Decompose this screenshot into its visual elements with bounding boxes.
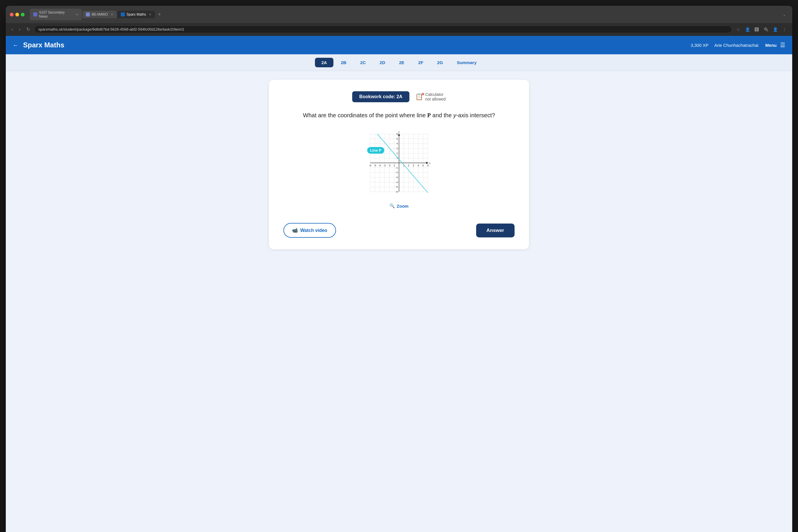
menu-label[interactable]: Menu bbox=[765, 43, 777, 48]
browser-titlebar: S107 Secondary News ✕ 8B AMWO ✕ Sparx Ma… bbox=[6, 6, 792, 23]
tab-2-close[interactable]: ✕ bbox=[111, 13, 113, 17]
calculator-not-allowed: not allowed bbox=[425, 97, 446, 101]
user-display: Arie Chunhachatrachai bbox=[714, 43, 758, 48]
bookmark-icon[interactable]: ☆ bbox=[735, 26, 742, 33]
question-text: What are the coordinates of the point wh… bbox=[283, 111, 515, 119]
tab-2c[interactable]: 2C bbox=[354, 58, 372, 67]
toolbar-actions: ☆ 👤 🅱 🔌 👤 ⋮ bbox=[735, 26, 788, 33]
tab-2-icon bbox=[86, 13, 90, 17]
tab-1-close[interactable]: ✕ bbox=[76, 13, 78, 17]
extension-icon-3[interactable]: 🔌 bbox=[762, 26, 770, 33]
xp-display: 3,300 XP bbox=[691, 43, 709, 48]
graph-wrapper: Line P bbox=[364, 128, 434, 197]
browser-menu-icon[interactable]: ⌄ bbox=[781, 11, 788, 18]
tab-3-icon bbox=[121, 13, 125, 17]
tab-2-label: 8B AMWO bbox=[92, 13, 108, 17]
browser-tab-2[interactable]: 8B AMWO ✕ bbox=[82, 11, 117, 18]
content-area: Bookwork code: 2A 📋✕ Calculator not allo… bbox=[6, 71, 792, 532]
refresh-button[interactable]: ↻ bbox=[24, 25, 32, 33]
bookwork-bar: Bookwork code: 2A 📋✕ Calculator not allo… bbox=[283, 91, 515, 102]
calculator-icon: 📋✕ bbox=[415, 93, 423, 100]
zoom-label: Zoom bbox=[397, 204, 409, 209]
actions-bar: 📹 Watch video Answer bbox=[283, 223, 515, 238]
browser-tab-3[interactable]: Sparx Maths ✕ bbox=[117, 11, 155, 18]
tab-2f[interactable]: 2F bbox=[412, 58, 430, 67]
tab-2b[interactable]: 2B bbox=[335, 58, 353, 67]
maximize-traffic-light[interactable] bbox=[21, 13, 24, 17]
line-p-label: Line P bbox=[367, 147, 384, 154]
browser-toolbar: ‹ › ↻ sparxmaths.uk/student/package/9d8d… bbox=[6, 23, 792, 36]
calculator-info: 📋✕ Calculator not allowed bbox=[415, 92, 446, 101]
back-button[interactable]: ‹ bbox=[10, 26, 15, 33]
tab-2g[interactable]: 2G bbox=[431, 58, 449, 67]
video-icon: 📹 bbox=[292, 228, 298, 233]
watch-video-label: Watch video bbox=[300, 228, 327, 233]
zoom-button[interactable]: 🔍 Zoom bbox=[389, 203, 409, 209]
menu-icon[interactable]: ☰ bbox=[780, 42, 785, 49]
app-logo: Sparx Maths bbox=[23, 41, 691, 49]
tab-3-close[interactable]: ✕ bbox=[149, 13, 151, 17]
tab-2e[interactable]: 2E bbox=[393, 58, 411, 67]
bookwork-code: Bookwork code: 2A bbox=[352, 91, 409, 102]
tab-2d[interactable]: 2D bbox=[373, 58, 391, 67]
url-text: sparxmaths.uk/student/package/9d8d67bd-5… bbox=[38, 27, 184, 32]
close-traffic-light[interactable] bbox=[10, 13, 14, 17]
browser-tab-1[interactable]: S107 Secondary News ✕ bbox=[30, 9, 82, 20]
zoom-icon: 🔍 bbox=[389, 203, 395, 209]
traffic-lights bbox=[10, 13, 24, 17]
tab-3-label: Sparx Maths bbox=[127, 13, 146, 17]
tab-2a[interactable]: 2A bbox=[315, 58, 333, 67]
calculator-text: Calculator bbox=[425, 92, 444, 97]
browser-tabs: S107 Secondary News ✕ 8B AMWO ✕ Sparx Ma… bbox=[30, 9, 778, 20]
minimize-traffic-light[interactable] bbox=[15, 13, 19, 17]
calculator-x-icon: ✕ bbox=[421, 92, 425, 96]
tab-summary[interactable]: Summary bbox=[450, 58, 483, 67]
calculator-label: Calculator not allowed bbox=[425, 92, 446, 101]
tab-1-label: S107 Secondary News bbox=[39, 11, 73, 18]
address-bar[interactable]: sparxmaths.uk/student/package/9d8d67bd-5… bbox=[34, 25, 732, 33]
app-back-button[interactable]: ← bbox=[13, 42, 18, 49]
watch-video-button[interactable]: 📹 Watch video bbox=[283, 223, 336, 238]
browser-window: S107 Secondary News ✕ 8B AMWO ✕ Sparx Ma… bbox=[6, 6, 792, 532]
graph-container: Line P bbox=[283, 128, 515, 197]
task-tabs-nav: 2A 2B 2C 2D 2E 2F 2G Summary bbox=[6, 54, 792, 71]
extension-icon-1[interactable]: 👤 bbox=[744, 26, 751, 33]
new-tab-button[interactable]: + bbox=[155, 11, 163, 19]
forward-button[interactable]: › bbox=[17, 26, 22, 33]
sparx-app: ← Sparx Maths 3,300 XP Arie Chunhachatra… bbox=[6, 36, 792, 532]
profile-icon[interactable]: 👤 bbox=[772, 26, 779, 33]
browser-options-icon[interactable]: ⋮ bbox=[781, 26, 788, 33]
tab-1-icon bbox=[33, 13, 37, 17]
app-header: ← Sparx Maths 3,300 XP Arie Chunhachatra… bbox=[6, 36, 792, 54]
extension-icon-2[interactable]: 🅱 bbox=[753, 26, 760, 33]
question-card: Bookwork code: 2A 📋✕ Calculator not allo… bbox=[269, 80, 529, 249]
graph-canvas bbox=[364, 128, 434, 197]
answer-button[interactable]: Answer bbox=[476, 224, 515, 238]
